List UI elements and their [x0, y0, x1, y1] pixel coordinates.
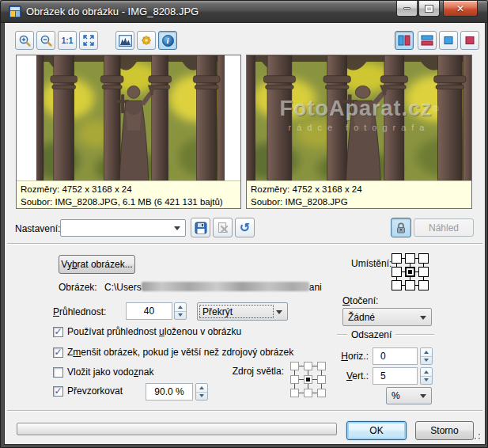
reset-button[interactable]: ↺ [235, 218, 255, 237]
resample-input[interactable]: 90.0 % [146, 383, 193, 401]
preview-photo-original[interactable] [36, 55, 225, 180]
light-pos-top[interactable] [304, 362, 312, 370]
offset-unit-value: % [392, 390, 400, 401]
placement-bottom-right[interactable] [418, 280, 429, 290]
spin-down-icon[interactable] [421, 357, 432, 365]
light-pos-bottom[interactable] [304, 389, 312, 397]
opacity-label: Průhlednost: [53, 306, 106, 317]
vert-offset-stepper[interactable] [420, 367, 433, 385]
offset-unit-combobox[interactable]: % [386, 387, 432, 404]
fit-to-window-button[interactable] [79, 31, 98, 50]
placement-center-selected[interactable] [405, 267, 415, 277]
fit-arrows-icon [82, 34, 95, 47]
settings-label: Nastavení: [15, 223, 60, 234]
spin-up-icon[interactable] [421, 368, 432, 377]
info-button[interactable]: i [158, 31, 177, 50]
settings-preset-combobox[interactable] [60, 219, 186, 237]
light-pos-center-selected[interactable] [304, 375, 312, 384]
light-pos-bottom-right[interactable] [317, 389, 326, 397]
light-source-grid[interactable] [290, 362, 326, 397]
vert-offset-input[interactable]: 5 [373, 367, 418, 385]
separator [7, 243, 482, 245]
histogram-button[interactable] [115, 31, 134, 50]
maximize-button[interactable] [418, 1, 440, 17]
split-vertical-icon [398, 35, 410, 46]
ok-button-label: OK [369, 425, 383, 436]
separator [7, 410, 482, 412]
light-pos-top-left[interactable] [290, 362, 299, 370]
rotation-label: Otočení: [342, 295, 378, 306]
ok-button[interactable]: OK [346, 421, 407, 440]
resample-value: 90.0 % [154, 386, 183, 397]
image-file: Soubor: IMG_8208.JPG [251, 196, 467, 208]
light-pos-right[interactable] [317, 375, 326, 384]
light-pos-bottom-left[interactable] [290, 389, 299, 397]
zoom-in-button[interactable] [15, 31, 34, 50]
placement-label: Umístění: [351, 258, 392, 269]
lock-preview-button[interactable] [391, 218, 411, 237]
delete-cross-icon [217, 222, 229, 234]
dropdown-arrow-icon [276, 310, 282, 314]
zoom-out-button[interactable] [36, 31, 55, 50]
placement-top-left[interactable] [392, 253, 402, 264]
horiz-offset-stepper[interactable] [420, 347, 433, 365]
result-rect-icon [463, 35, 476, 46]
exposure-button[interactable] [137, 31, 156, 50]
use-stored-opacity-checkbox[interactable]: ✓ [53, 327, 63, 337]
horiz-offset-input[interactable]: 0 [373, 347, 418, 365]
spin-up-icon[interactable] [421, 348, 432, 357]
close-button[interactable]: ✕ [443, 1, 478, 17]
spin-up-icon[interactable] [175, 303, 186, 312]
view-result-button[interactable] [460, 31, 479, 50]
select-image-button[interactable]: Vybrat obrázek... [59, 255, 135, 274]
resize-grip[interactable] [473, 432, 481, 440]
check-icon: ✓ [54, 347, 62, 357]
placement-grid[interactable] [392, 253, 429, 290]
opacity-stepper[interactable] [174, 302, 187, 320]
placement-bottom-left[interactable] [392, 280, 402, 290]
cancel-button[interactable]: Storno [415, 421, 474, 440]
placement-bottom[interactable] [405, 280, 415, 290]
maximize-icon [426, 6, 433, 12]
resample-checkbox[interactable]: ✓ [53, 386, 63, 397]
title-bar[interactable]: Obrázek do obrázku - IMG_8208.JPG ✕ [1, 1, 488, 23]
shrink-image-label: Zmenšit obrázek, pokud je větší než zdro… [67, 347, 293, 358]
preview-button-label: Náhled [429, 222, 459, 233]
preview-button[interactable]: Náhled [414, 218, 474, 237]
spin-down-icon[interactable] [421, 377, 432, 385]
spin-up-icon[interactable] [196, 384, 207, 393]
placement-right[interactable] [418, 267, 429, 277]
resample-stepper[interactable] [195, 383, 208, 401]
light-pos-top-right[interactable] [317, 362, 326, 370]
minimize-icon [403, 7, 410, 9]
shrink-image-checkbox[interactable]: ✓ [53, 347, 63, 358]
image-dimensions: Rozměry: 4752 x 3168 x 24 [21, 183, 236, 196]
placement-top-right[interactable] [418, 253, 429, 264]
one-to-one-icon: 1:1 [62, 36, 73, 45]
placement-top[interactable] [405, 253, 415, 264]
delete-preset-button[interactable] [213, 218, 233, 237]
view-top-bottom-button[interactable] [418, 31, 437, 50]
check-icon: ✓ [54, 327, 62, 336]
spin-down-icon[interactable] [175, 312, 186, 320]
spin-down-icon[interactable] [196, 393, 207, 401]
dropdown-arrow-icon [420, 316, 426, 320]
preview-photo-result[interactable]: FotoAparat.cz® rádce fotografa [247, 55, 471, 180]
light-pos-left[interactable] [290, 375, 299, 384]
histogram-icon [119, 35, 132, 47]
view-original-button[interactable] [439, 31, 458, 50]
opacity-input[interactable]: 40 [126, 302, 172, 320]
rotation-combobox[interactable]: Žádné [342, 308, 432, 326]
undo-icon: ↺ [240, 222, 250, 234]
close-icon: ✕ [456, 3, 464, 14]
placement-left[interactable] [392, 267, 402, 277]
minimize-button[interactable] [396, 1, 418, 17]
blend-mode-combobox[interactable]: Překrýt [197, 302, 288, 321]
sun-icon [140, 34, 153, 47]
view-side-by-side-button[interactable] [395, 31, 414, 50]
insert-watermark-checkbox[interactable] [53, 367, 63, 378]
zoom-1-1-button[interactable]: 1:1 [58, 31, 77, 50]
save-preset-button[interactable] [191, 218, 210, 237]
image-path-label: Obrázek: [59, 282, 97, 293]
progress-bar [17, 423, 337, 435]
